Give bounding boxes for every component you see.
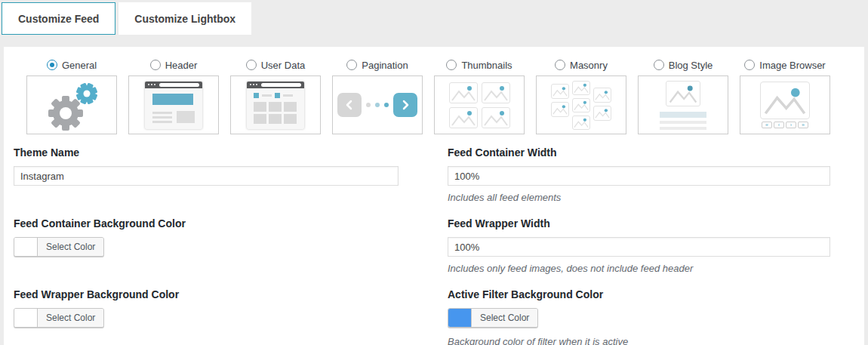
option-header-label: Header (165, 60, 198, 71)
option-pagination: Pagination (332, 59, 423, 134)
nav-next-icon: › (786, 122, 796, 128)
feed-wrapper-width-label: Feed Wrapper Width (448, 217, 830, 230)
tab-customize-lightbox-label: Customize Lightbox (134, 13, 235, 25)
nav-last-icon: » (798, 122, 808, 128)
feed-wrapper-width-hint: Includes only feed images, does not incl… (448, 263, 830, 274)
image-browser-nav: « ‹ › » (762, 122, 808, 128)
option-image-browser-radio-row[interactable]: Image Browser (740, 59, 830, 71)
option-general-radio-row[interactable]: General (26, 59, 117, 71)
option-general-box[interactable] (26, 75, 117, 134)
option-user-data-label: User Data (261, 60, 306, 71)
option-general: General (26, 59, 117, 134)
feed-container-bg-color-field: Feed Container Background Color Select C… (14, 217, 186, 259)
active-filter-bg-color-field: Active Filter Background Color Select Co… (448, 288, 628, 345)
select-color-button[interactable]: Select Color (37, 309, 103, 327)
feed-wrapper-bg-color-picker[interactable]: Select Color (14, 308, 104, 328)
feed-wrapper-width-field: Feed Wrapper Width Includes only feed im… (448, 217, 830, 274)
tab-customize-feed[interactable]: Customize Feed (2, 2, 115, 35)
active-filter-bg-color-hint: Background color of filter when it is ac… (448, 336, 628, 345)
color-swatch (448, 309, 471, 327)
customize-feed-page: Customize Feed Customize Lightbox Genera… (0, 0, 868, 345)
thumbnails-grid-icon (449, 82, 510, 128)
select-color-button[interactable]: Select Color (37, 238, 103, 256)
gears-icon (35, 78, 108, 132)
option-thumbnails-box[interactable] (434, 75, 525, 134)
feed-wrapper-bg-color-label: Feed Wrapper Background Color (14, 288, 179, 301)
feed-container-width-input[interactable] (448, 166, 830, 186)
tab-customize-lightbox[interactable]: Customize Lightbox (119, 2, 251, 35)
option-header: Header (128, 59, 219, 134)
option-masonry-label: Masonry (570, 60, 608, 71)
option-thumbnails: Thumbnails (434, 59, 525, 134)
option-thumbnails-label: Thumbnails (461, 60, 512, 71)
tab-bar: Customize Feed Customize Lightbox (2, 2, 251, 35)
chevron-right-icon (393, 93, 417, 117)
option-general-label: General (62, 60, 97, 71)
option-user-data-box[interactable] (230, 75, 321, 134)
feed-container-width-label: Feed Container Width (448, 146, 830, 159)
user-data-grid-icon (247, 82, 304, 129)
layout-options-row: General (26, 59, 830, 134)
image-browser-icon: « ‹ › » (760, 82, 810, 128)
option-blog-style: Blog Style (638, 59, 728, 134)
option-blog-style-radio-row[interactable]: Blog Style (638, 59, 728, 71)
color-swatch (14, 238, 37, 256)
option-masonry-radio-row[interactable]: Masonry (536, 59, 626, 71)
image-browser-radio[interactable] (744, 60, 755, 70)
pagination-radio[interactable] (346, 60, 357, 70)
option-image-browser-box[interactable]: « ‹ › » (740, 75, 830, 134)
general-radio[interactable] (47, 60, 57, 70)
option-masonry: Masonry (536, 59, 626, 134)
option-masonry-box[interactable] (536, 75, 626, 134)
settings-panel: General (4, 47, 864, 345)
feed-container-width-field: Feed Container Width Includes all feed e… (448, 146, 830, 203)
header-layout-icon (145, 82, 202, 129)
option-header-box[interactable] (128, 75, 219, 134)
chevron-left-icon (337, 93, 362, 117)
masonry-radio[interactable] (555, 60, 565, 70)
feed-container-bg-color-picker[interactable]: Select Color (14, 237, 104, 257)
select-color-button[interactable]: Select Color (471, 309, 537, 327)
feed-wrapper-width-input[interactable] (448, 237, 830, 257)
tab-customize-feed-label: Customize Feed (18, 13, 99, 25)
pagination-arrows-icon (337, 93, 417, 117)
option-blog-style-box[interactable] (638, 75, 728, 134)
option-blog-style-label: Blog Style (669, 60, 713, 71)
blog-style-radio[interactable] (654, 60, 664, 70)
theme-name-field: Theme Name (14, 146, 399, 186)
theme-name-input[interactable] (14, 166, 399, 186)
feed-container-width-hint: Includes all feed elements (448, 192, 830, 203)
option-image-browser: Image Browser « ‹ › » (740, 59, 830, 134)
masonry-grid-icon (551, 81, 611, 130)
user-data-radio[interactable] (246, 60, 257, 70)
thumbnails-radio[interactable] (446, 60, 457, 70)
blog-style-icon (660, 81, 706, 130)
option-user-data-radio-row[interactable]: User Data (230, 59, 321, 71)
option-image-browser-label: Image Browser (759, 60, 825, 71)
option-pagination-label: Pagination (362, 60, 408, 71)
option-pagination-box[interactable] (332, 75, 423, 134)
option-header-radio-row[interactable]: Header (128, 59, 219, 71)
header-radio[interactable] (150, 60, 161, 70)
option-user-data: User Data (230, 59, 321, 134)
feed-wrapper-bg-color-field: Feed Wrapper Background Color Select Col… (14, 288, 179, 330)
color-swatch (14, 309, 37, 327)
option-thumbnails-radio-row[interactable]: Thumbnails (434, 59, 525, 71)
active-filter-bg-color-label: Active Filter Background Color (448, 288, 628, 301)
option-pagination-radio-row[interactable]: Pagination (332, 59, 423, 71)
nav-first-icon: « (762, 122, 772, 128)
theme-name-label: Theme Name (14, 146, 399, 159)
nav-prev-icon: ‹ (774, 122, 784, 128)
feed-container-bg-color-label: Feed Container Background Color (14, 217, 186, 230)
active-filter-bg-color-picker[interactable]: Select Color (448, 308, 538, 328)
